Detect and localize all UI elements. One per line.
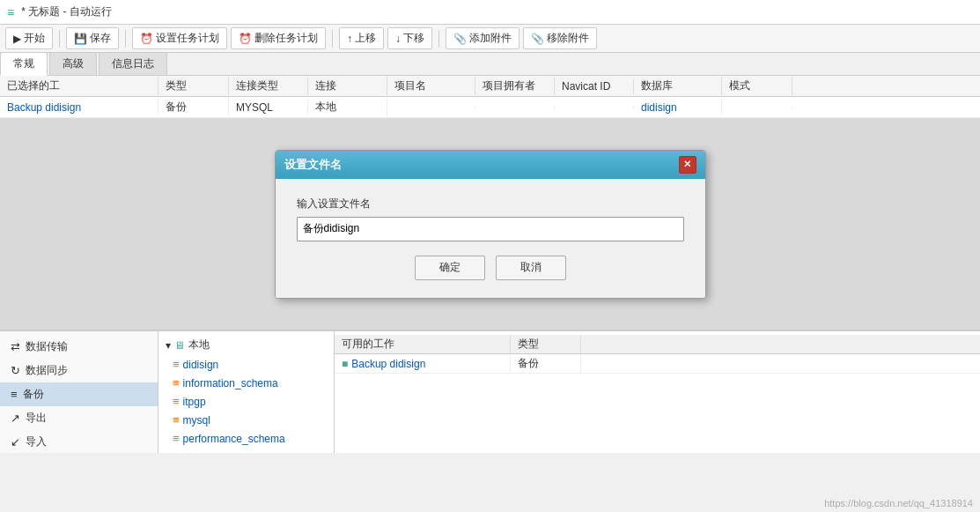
dialog-cancel-button[interactable]: 取消 <box>496 256 566 280</box>
toolbar-sep-1 <box>59 30 60 48</box>
delete-schedule-button[interactable]: ⏰ 删除任务计划 <box>231 27 326 49</box>
sidebar-item-backup[interactable]: ≡ 备份 <box>0 382 158 406</box>
tree-item-performance-schema-label: performance_schema <box>183 433 285 445</box>
table-header: 已选择的工 类型 连接类型 连接 项目名 项目拥有者 Navicat ID 数据… <box>0 76 980 97</box>
right-panel: 可用的工作 类型 ■ Backup didisign 备份 https://bl… <box>335 331 980 453</box>
save-label: 保存 <box>90 31 111 46</box>
dialog-body: 输入设置文件名 确定 取消 <box>276 179 705 298</box>
tree-header[interactable]: ▾ 🖥 本地 <box>158 335 334 355</box>
data-transfer-icon: ⇄ <box>11 340 20 353</box>
dialog-buttons: 确定 取消 <box>297 256 684 284</box>
right-col-header-type: 类型 <box>511 335 581 353</box>
cell-db: didisign <box>634 100 722 115</box>
export-icon: ↗ <box>11 412 20 425</box>
dialog-close-button[interactable]: ✕ <box>679 156 696 174</box>
start-icon: ▶ <box>13 33 21 45</box>
move-up-label: 上移 <box>355 31 376 46</box>
sidebar-item-export-label: 导出 <box>26 411 47 426</box>
add-attachment-button[interactable]: 📎 添加附件 <box>446 27 519 49</box>
tab-bar: 常规 高级 信息日志 <box>0 53 980 76</box>
middle-tree: ▾ 🖥 本地 ≡ didisign ≡ information_schema ≡… <box>158 331 335 453</box>
move-up-button[interactable]: ↑ 上移 <box>339 27 384 49</box>
db-icon-information-schema: ≡ <box>173 376 180 390</box>
dialog-overlay: 设置文件名 ✕ 输入设置文件名 确定 取消 <box>0 118 980 330</box>
sidebar-item-import[interactable]: ↙ 导入 <box>0 430 158 453</box>
tree-item-itpgp-label: itpgp <box>183 396 206 408</box>
add-attachment-icon: 📎 <box>453 33 467 45</box>
toolbar: ▶ 开始 💾 保存 ⏰ 设置任务计划 ⏰ 删除任务计划 ↑ 上移 ↓ 下移 📎 … <box>0 25 980 53</box>
import-icon: ↙ <box>11 435 20 449</box>
tree-header-label: 本地 <box>188 338 210 352</box>
save-button[interactable]: 💾 保存 <box>66 27 119 49</box>
dialog-title-bar: 设置文件名 ✕ <box>276 151 705 179</box>
cell-mode <box>722 106 792 109</box>
move-down-button[interactable]: ↓ 下移 <box>387 27 432 49</box>
title-bar: ≡ * 无标题 - 自动运行 <box>0 0 980 25</box>
cell-conn: 本地 <box>308 98 387 116</box>
right-cell-job-label: Backup didisign <box>351 358 425 370</box>
tab-advanced[interactable]: 高级 <box>49 52 97 75</box>
set-schedule-button[interactable]: ⏰ 设置任务计划 <box>132 27 227 49</box>
dialog-label: 输入设置文件名 <box>297 197 684 211</box>
sidebar-item-export[interactable]: ↗ 导出 <box>0 406 158 430</box>
move-down-icon: ↓ <box>395 33 401 45</box>
cell-owner <box>475 106 555 109</box>
col-header-conn-type: 连接类型 <box>229 77 308 95</box>
toolbar-sep-4 <box>438 30 439 48</box>
toolbar-sep-2 <box>125 30 126 48</box>
dialog-title: 设置文件名 <box>284 157 342 173</box>
tree-item-mysql[interactable]: ≡ mysql <box>158 411 334 429</box>
remove-attachment-icon: 📎 <box>531 33 544 45</box>
dialog-confirm-button[interactable]: 确定 <box>415 256 485 280</box>
tree-item-itpgp[interactable]: ≡ itpgp <box>158 392 334 411</box>
dialog-filename-input[interactable] <box>297 217 684 241</box>
sidebar-item-import-label: 导入 <box>26 434 47 449</box>
tab-general[interactable]: 常规 <box>0 52 48 76</box>
db-icon-didisign: ≡ <box>173 358 180 371</box>
table-row[interactable]: Backup didisign 备份 MYSQL 本地 didisign <box>0 97 980 118</box>
tree-item-information-schema-label: information_schema <box>183 377 278 390</box>
main-area: 已选择的工 类型 连接类型 连接 项目名 项目拥有者 Navicat ID 数据… <box>0 76 980 330</box>
col-header-conn: 连接 <box>308 77 387 95</box>
tree-expand-icon: ▾ <box>166 339 171 352</box>
tree-item-performance-schema[interactable]: ≡ performance_schema <box>158 429 334 448</box>
right-table-header: 可用的工作 类型 <box>335 335 980 354</box>
title-bar-text: * 无标题 - 自动运行 <box>21 4 112 19</box>
tree-item-didisign-label: didisign <box>183 359 219 371</box>
title-icon: ≡ <box>7 5 14 19</box>
tree-item-didisign[interactable]: ≡ didisign <box>158 355 334 374</box>
db-icon-itpgp: ≡ <box>173 395 180 408</box>
set-schedule-icon: ⏰ <box>140 33 153 45</box>
remove-attachment-button[interactable]: 📎 移除附件 <box>523 27 597 49</box>
sidebar-item-data-transfer[interactable]: ⇄ 数据传输 <box>0 335 158 359</box>
right-cell-job: ■ Backup didisign <box>335 356 511 372</box>
col-header-owner: 项目拥有者 <box>475 77 555 95</box>
col-header-db: 数据库 <box>634 77 722 95</box>
col-header-selected-job: 已选择的工 <box>0 77 158 95</box>
cell-type: 备份 <box>158 98 229 116</box>
col-header-project: 项目名 <box>387 77 475 95</box>
right-cell-type: 备份 <box>511 354 581 373</box>
tree-item-information-schema[interactable]: ≡ information_schema <box>158 374 334 392</box>
sidebar-item-data-sync[interactable]: ↻ 数据同步 <box>0 359 158 382</box>
toolbar-sep-3 <box>332 30 333 48</box>
remove-attachment-label: 移除附件 <box>547 31 589 46</box>
start-button[interactable]: ▶ 开始 <box>5 27 53 49</box>
db-icon-mysql: ≡ <box>173 413 180 427</box>
empty-area: 设置文件名 ✕ 输入设置文件名 确定 取消 <box>0 118 980 330</box>
left-sidebar: ⇄ 数据传输 ↻ 数据同步 ≡ 备份 ↗ 导出 ↙ 导入 ≡ 报表 <box>0 331 158 453</box>
cell-project <box>387 106 475 109</box>
cell-selected-job: Backup didisign <box>0 100 158 115</box>
tab-log[interactable]: 信息日志 <box>99 52 167 75</box>
cell-navicat <box>555 106 634 109</box>
db-icon-performance-schema: ≡ <box>173 432 180 445</box>
add-attachment-label: 添加附件 <box>469 31 512 46</box>
move-up-icon: ↑ <box>347 33 352 45</box>
right-table-row[interactable]: ■ Backup didisign 备份 <box>335 354 980 374</box>
start-label: 开始 <box>24 31 45 46</box>
cell-conn-type: MYSQL <box>229 100 308 115</box>
col-header-type: 类型 <box>158 77 229 95</box>
bottom-section: ⇄ 数据传输 ↻ 数据同步 ≡ 备份 ↗ 导出 ↙ 导入 ≡ 报表 ▾ 🖥 本地 <box>0 330 980 453</box>
col-header-navicat: Navicat ID <box>555 78 634 94</box>
right-col-header-job: 可用的工作 <box>335 335 511 353</box>
